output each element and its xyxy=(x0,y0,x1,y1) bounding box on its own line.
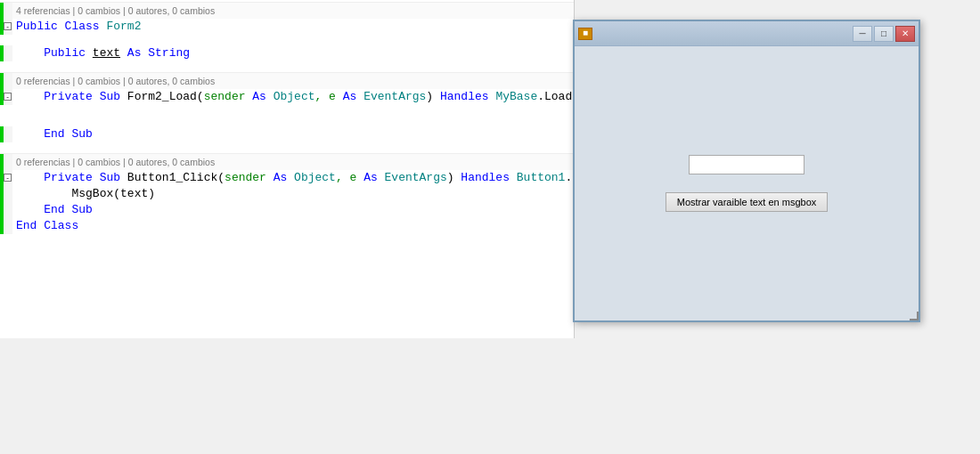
collapse-button[interactable]: - xyxy=(4,174,12,182)
code-line: -Public Class Form2 xyxy=(0,19,574,35)
spacer-line xyxy=(0,105,574,116)
code-segment: ) xyxy=(447,171,461,184)
spacer-line xyxy=(0,116,574,126)
window-controls: ─ □ ✕ xyxy=(853,26,915,42)
code-segment: Form2 xyxy=(106,20,141,33)
code-segment: End Sub xyxy=(44,127,93,141)
code-segment: Handles xyxy=(461,171,516,184)
collapse-button[interactable]: - xyxy=(4,93,12,101)
meta-text: 0 referencias | 0 cambios | 0 autores, 0… xyxy=(12,154,218,170)
code-segment: End Sub xyxy=(44,203,93,216)
code-segment: sender xyxy=(204,90,253,103)
meta-row: 0 referencias | 0 cambios | 0 autores, 0… xyxy=(0,153,574,170)
form2-preview-window: ■ ─ □ ✕ Mostrar varaible text en msgbox xyxy=(573,20,920,322)
code-line: - Private Sub Button1_Click(sender As Ob… xyxy=(0,170,574,186)
code-segment: Button1_Click( xyxy=(127,171,225,184)
code-segment: Sub xyxy=(100,90,127,103)
code-segment: As xyxy=(252,90,273,103)
minimize-button[interactable]: ─ xyxy=(853,26,872,42)
restore-button[interactable]: □ xyxy=(874,26,894,42)
form-titlebar: ■ ─ □ ✕ xyxy=(575,21,919,46)
spacer-line xyxy=(0,61,574,72)
code-segment: Object xyxy=(294,171,336,184)
code-segment: Sub xyxy=(100,171,127,184)
code-segment: As xyxy=(120,46,148,60)
form-icon: ■ xyxy=(578,28,592,40)
meta-text: 0 referencias | 0 cambios | 0 autores, 0… xyxy=(12,73,218,89)
code-segment: Object xyxy=(274,90,315,103)
form-textbox[interactable] xyxy=(689,155,804,174)
close-button[interactable]: ✕ xyxy=(895,26,915,42)
code-line: - Private Sub Form2_Load(sender As Objec… xyxy=(0,89,574,105)
code-line: End Sub xyxy=(0,202,574,218)
code-segment: ) xyxy=(426,90,440,103)
meta-row: 4 referencias | 0 cambios | 0 autores, 0… xyxy=(0,2,574,19)
code-segment: As xyxy=(363,171,384,184)
code-segment: String xyxy=(148,46,190,60)
code-segment: MyBase xyxy=(495,90,537,103)
code-segment: As xyxy=(343,90,363,103)
code-segment: Handles xyxy=(440,90,495,103)
code-segment: Class xyxy=(65,20,107,33)
code-segment: Public xyxy=(16,20,65,33)
code-segment: Class xyxy=(44,219,78,232)
collapse-button[interactable]: - xyxy=(4,22,12,30)
spacer-line xyxy=(0,35,574,45)
meta-text: 4 referencias | 0 cambios | 0 autores, 0… xyxy=(12,3,218,19)
resize-handle[interactable] xyxy=(910,312,919,320)
code-segment: , e xyxy=(336,171,363,184)
form-body: Mostrar varaible text en msgbox xyxy=(575,46,919,320)
code-line: Public text As String xyxy=(0,45,574,61)
meta-row: 0 referencias | 0 cambios | 0 autores, 0… xyxy=(0,72,574,89)
code-segment: , e xyxy=(315,90,343,103)
code-segment: .Load xyxy=(537,90,572,103)
code-segment: text xyxy=(93,46,120,60)
form-button[interactable]: Mostrar varaible text en msgbox xyxy=(666,192,829,212)
spacer-line xyxy=(0,142,574,153)
code-line: End Sub xyxy=(0,126,574,142)
code-segment: Private xyxy=(44,171,99,184)
code-segment: Form2_Load( xyxy=(127,90,204,103)
code-line: MsgBox(text) xyxy=(0,186,574,202)
code-segment: EventArgs xyxy=(385,171,447,184)
code-segment: End xyxy=(16,219,44,232)
code-line: End Class xyxy=(0,218,574,234)
code-segment: EventArgs xyxy=(363,90,426,103)
code-segment: Private xyxy=(44,90,99,103)
code-segment: As xyxy=(274,171,294,184)
code-segment: sender xyxy=(225,171,274,184)
code-segment: Public xyxy=(44,46,93,60)
code-segment: Button1 xyxy=(517,171,566,184)
code-editor: 4 referencias | 0 cambios | 0 autores, 0… xyxy=(0,0,575,338)
code-segment: MsgBox(text) xyxy=(71,187,155,200)
